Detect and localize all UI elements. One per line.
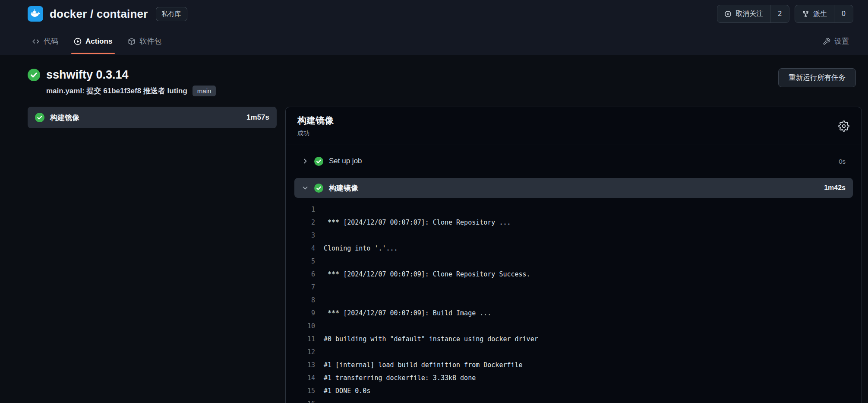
log-line: 4 Cloning into '.'...: [286, 242, 862, 255]
chevron-right-icon: [302, 158, 309, 165]
log-line-number[interactable]: 2: [286, 219, 320, 226]
run-header: sshwifty 0.3.14 main.yaml: 提交 61be1f3ef8…: [0, 55, 868, 96]
job-success-check-icon: [35, 113, 44, 122]
log-line-text: #1 [internal] load build definition from…: [320, 361, 523, 369]
docker-logo-icon: [30, 9, 41, 19]
log-settings-button[interactable]: [838, 120, 850, 132]
tab-code-label: 代码: [44, 36, 58, 46]
log-line: 2 *** [2024/12/07 00:07:07]: Clone Repos…: [286, 216, 862, 229]
tab-actions-label: Actions: [85, 37, 112, 46]
eye-icon: [724, 10, 732, 18]
log-line-number[interactable]: 14: [286, 374, 320, 382]
commit-text: main.yaml: 提交 61be1f3ef8 推送者 luting: [46, 86, 187, 96]
job-duration: 1m57s: [246, 113, 269, 122]
log-line-text: #1 DONE 0.0s: [320, 387, 370, 395]
log-line: 1: [286, 203, 862, 216]
fork-label: 派生: [813, 10, 827, 19]
play-circle-icon: [74, 38, 82, 45]
step-success-check-icon: [314, 157, 323, 166]
log-line: 15 #1 DONE 0.0s: [286, 384, 862, 397]
log-line-number[interactable]: 15: [286, 387, 320, 395]
success-check-icon: [28, 69, 40, 81]
log-line-number[interactable]: 16: [286, 400, 320, 403]
chevron-down-icon: [302, 184, 309, 191]
step-duration: 1m42s: [824, 184, 846, 192]
job-item[interactable]: 构建镜像 1m57s: [28, 107, 277, 128]
run-commit-line: main.yaml: 提交 61be1f3ef8 推送者 luting main: [46, 86, 216, 96]
navbar: docker / container 私有库 取消关注 2 派生: [0, 0, 868, 28]
package-icon: [128, 38, 136, 45]
log-lines: 1 2 *** [2024/12/07 00:07:07]: Clone Rep…: [286, 198, 862, 403]
repo-avatar[interactable]: [28, 6, 43, 22]
step-name: 构建镜像: [329, 183, 358, 193]
fork-button[interactable]: 派生 0: [795, 5, 853, 23]
tab-packages[interactable]: 软件包: [123, 28, 166, 55]
log-line: 16: [286, 397, 862, 403]
log-line: 14 #1 transferring dockerfile: 3.33kB do…: [286, 371, 862, 384]
log-line-text: *** [2024/12/07 00:07:09]: Clone Reposit…: [320, 270, 530, 278]
log-line: 12: [286, 346, 862, 359]
log-line-number[interactable]: 8: [286, 296, 320, 304]
visibility-badge: 私有库: [156, 7, 187, 21]
fork-count[interactable]: 0: [834, 5, 853, 22]
run-header-left: sshwifty 0.3.14 main.yaml: 提交 61be1f3ef8…: [28, 68, 216, 96]
log-line-number[interactable]: 12: [286, 348, 320, 356]
log-line: 7: [286, 281, 862, 294]
log-line-text: #1 transferring dockerfile: 3.33kB done: [320, 374, 476, 382]
watch-button[interactable]: 取消关注 2: [717, 5, 789, 23]
step-success-check-icon: [314, 184, 323, 193]
log-line-number[interactable]: 6: [286, 270, 320, 278]
log-line-number[interactable]: 9: [286, 309, 320, 317]
job-list: 构建镜像 1m57s: [28, 107, 277, 128]
log-line: 8: [286, 294, 862, 307]
tab-code[interactable]: 代码: [28, 28, 63, 55]
log-line-number[interactable]: 4: [286, 244, 320, 252]
code-icon: [32, 38, 40, 45]
tab-packages-label: 软件包: [139, 36, 161, 46]
run-title: sshwifty 0.3.14: [46, 68, 129, 82]
step-setup-job[interactable]: Set up job 0s: [294, 151, 853, 171]
log-line-number[interactable]: 1: [286, 206, 320, 213]
log-line-number[interactable]: 11: [286, 335, 320, 343]
fork-label-segment[interactable]: 派生: [795, 5, 834, 22]
run-content: 构建镜像 1m57s 构建镜像 成功: [28, 107, 862, 403]
job-detail-panel: 构建镜像 成功 Set up job 0s: [285, 107, 862, 403]
nav-actions: 取消关注 2 派生 0: [717, 5, 853, 23]
log-line-number[interactable]: 7: [286, 283, 320, 291]
wrench-icon: [823, 38, 830, 45]
log-line-number[interactable]: 13: [286, 361, 320, 369]
log-line-text: Cloning into '.'...: [320, 244, 398, 252]
log-line: 10: [286, 320, 862, 333]
tab-settings-label: 设置: [834, 36, 849, 46]
panel-status: 成功: [297, 130, 334, 137]
watch-count[interactable]: 2: [770, 5, 789, 22]
log-line-text: #0 building with "default" instance usin…: [320, 335, 538, 343]
panel-title: 构建镜像: [297, 114, 334, 127]
log-line: 5: [286, 255, 862, 268]
step-list: Set up job 0s 构建镜像 1m42s: [286, 145, 862, 198]
log-line-text: *** [2024/12/07 00:07:09]: Build Image .…: [320, 309, 491, 317]
site-header: docker / container 私有库 取消关注 2 派生: [0, 0, 868, 55]
log-line: 6 *** [2024/12/07 00:07:09]: Clone Repos…: [286, 268, 862, 281]
fork-icon: [802, 10, 809, 18]
gear-icon: [838, 121, 849, 132]
step-duration: 0s: [839, 158, 846, 165]
run-title-row: sshwifty 0.3.14: [28, 68, 216, 82]
log-line: 9 *** [2024/12/07 00:07:09]: Build Image…: [286, 307, 862, 320]
repo-title[interactable]: docker / container: [50, 7, 148, 21]
rerun-all-button[interactable]: 重新运行所有任务: [778, 68, 856, 87]
log-line-number[interactable]: 10: [286, 322, 320, 330]
branch-badge[interactable]: main: [193, 86, 216, 96]
watch-label-segment[interactable]: 取消关注: [717, 5, 770, 22]
repo-tabbar: 代码 Actions 软件包 设置: [0, 28, 868, 55]
tab-actions[interactable]: Actions: [69, 28, 117, 55]
panel-header: 构建镜像 成功: [286, 107, 862, 145]
step-build-image[interactable]: 构建镜像 1m42s: [294, 178, 853, 198]
log-line-text: *** [2024/12/07 00:07:07]: Clone Reposit…: [320, 219, 511, 226]
watch-label: 取消关注: [735, 10, 763, 19]
step-name: Set up job: [329, 157, 362, 165]
log-line-number[interactable]: 5: [286, 257, 320, 265]
job-name: 构建镜像: [50, 113, 79, 123]
log-line-number[interactable]: 3: [286, 232, 320, 239]
tab-settings[interactable]: 设置: [818, 28, 853, 55]
